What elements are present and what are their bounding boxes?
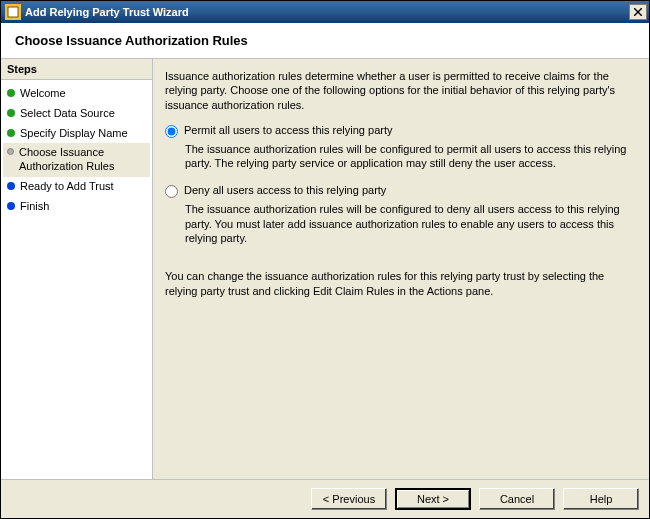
option-deny-desc: The issuance authorization rules will be… (185, 202, 637, 245)
step-welcome[interactable]: Welcome (3, 84, 150, 104)
step-finish[interactable]: Finish (3, 197, 150, 217)
option-deny-row: Deny all users access to this relying pa… (165, 184, 637, 198)
radio-permit-all[interactable] (165, 125, 178, 138)
bullet-icon (7, 109, 15, 117)
step-label: Choose Issuance Authorization Rules (19, 146, 146, 174)
help-button[interactable]: Help (563, 488, 639, 510)
cancel-button[interactable]: Cancel (479, 488, 555, 510)
steps-panel: Steps Welcome Select Data Source Specify… (1, 59, 153, 479)
option-permit-label: Permit all users to access this relying … (184, 124, 392, 136)
step-label: Welcome (20, 87, 146, 101)
step-specify-display-name[interactable]: Specify Display Name (3, 124, 150, 144)
radio-deny-all[interactable] (165, 185, 178, 198)
option-permit-desc: The issuance authorization rules will be… (185, 142, 637, 171)
step-choose-issuance-auth-rules[interactable]: Choose Issuance Authorization Rules (3, 143, 150, 177)
step-label: Specify Display Name (20, 127, 146, 141)
intro-text: Issuance authorization rules determine w… (165, 69, 637, 112)
bullet-icon (7, 202, 15, 210)
main-area: Steps Welcome Select Data Source Specify… (1, 59, 649, 479)
app-icon (5, 4, 21, 20)
window-title: Add Relying Party Trust Wizard (25, 6, 629, 18)
previous-button[interactable]: < Previous (311, 488, 387, 510)
page-title: Choose Issuance Authorization Rules (15, 33, 635, 48)
step-ready-to-add-trust[interactable]: Ready to Add Trust (3, 177, 150, 197)
steps-list: Welcome Select Data Source Specify Displ… (1, 80, 152, 220)
bullet-icon (7, 182, 15, 190)
steps-header: Steps (1, 59, 152, 80)
step-label: Ready to Add Trust (20, 180, 146, 194)
bullet-icon (7, 89, 15, 97)
titlebar: Add Relying Party Trust Wizard (1, 1, 649, 23)
next-button[interactable]: Next > (395, 488, 471, 510)
step-label: Select Data Source (20, 107, 146, 121)
bullet-icon (7, 129, 15, 137)
svg-rect-0 (8, 7, 18, 17)
wizard-header: Choose Issuance Authorization Rules (1, 23, 649, 59)
button-bar: < Previous Next > Cancel Help (1, 479, 649, 518)
footer-note: You can change the issuance authorizatio… (165, 269, 637, 298)
content-panel: Issuance authorization rules determine w… (153, 59, 649, 479)
option-deny-label: Deny all users access to this relying pa… (184, 184, 386, 196)
step-label: Finish (20, 200, 146, 214)
close-button[interactable] (629, 4, 647, 20)
step-select-data-source[interactable]: Select Data Source (3, 104, 150, 124)
option-permit-row: Permit all users to access this relying … (165, 124, 637, 138)
bullet-icon (7, 148, 14, 155)
